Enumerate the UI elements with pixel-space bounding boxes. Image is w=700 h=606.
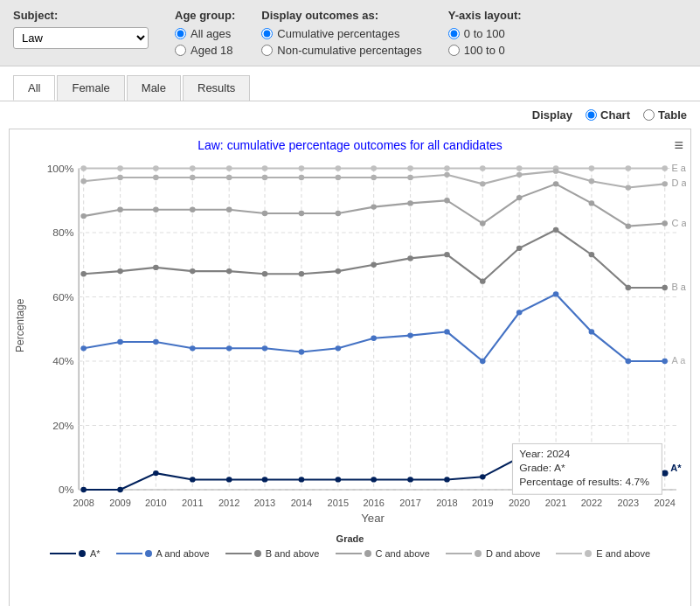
svg-point-74 xyxy=(336,175,342,180)
chart-svg: 0% 20% 40% 60% 80% 100% 2008 2009 2010 2… xyxy=(31,159,686,526)
svg-text:2012: 2012 xyxy=(218,498,240,508)
svg-point-131 xyxy=(444,329,450,334)
svg-point-99 xyxy=(589,200,595,205)
svg-point-128 xyxy=(336,345,342,351)
cumulative-radio[interactable] xyxy=(261,28,273,39)
display-outcomes-filter: Display outcomes as: Cumulative percenta… xyxy=(261,9,421,57)
svg-point-83 xyxy=(662,181,668,186)
tab-female[interactable]: Female xyxy=(57,75,124,101)
svg-point-113 xyxy=(444,252,450,257)
chart-option[interactable]: Chart xyxy=(586,108,630,122)
svg-point-88 xyxy=(190,207,196,212)
svg-text:C and above: C and above xyxy=(671,218,686,228)
svg-point-95 xyxy=(444,198,450,203)
svg-text:A*: A* xyxy=(670,463,682,473)
legend-line-a-star xyxy=(50,553,76,554)
legend-d-above: D and above xyxy=(446,548,540,559)
svg-point-53 xyxy=(226,165,232,171)
series-a-and-above xyxy=(84,294,665,361)
svg-point-144 xyxy=(262,477,268,482)
svg-point-55 xyxy=(299,165,305,171)
legend-label-c-above: C and above xyxy=(376,548,430,559)
chart-label: Chart xyxy=(600,108,630,122)
svg-point-125 xyxy=(226,345,232,351)
svg-point-80 xyxy=(553,169,559,174)
svg-point-114 xyxy=(480,279,486,284)
svg-text:2014: 2014 xyxy=(291,498,313,508)
age-all-ages[interactable]: All ages xyxy=(175,27,235,40)
age-18-radio[interactable] xyxy=(175,45,186,56)
chart-menu-icon[interactable]: ≡ xyxy=(674,136,683,155)
series-b-and-above xyxy=(84,230,665,288)
legend: Grade A* A and above xyxy=(14,533,686,559)
chart-title-text: Law: cumulative percentage outcomes for … xyxy=(198,138,502,152)
cumulative-option[interactable]: Cumulative percentages xyxy=(261,27,421,40)
legend-line-e-above xyxy=(556,553,582,554)
tab-male[interactable]: Male xyxy=(127,75,181,101)
subject-label: Subject: xyxy=(13,9,149,22)
grade-label: Grade xyxy=(14,533,686,544)
y-axis-100-0[interactable]: 100 to 0 xyxy=(448,44,522,57)
svg-point-119 xyxy=(662,285,668,290)
legend-label-d-above: D and above xyxy=(486,548,540,559)
tab-all[interactable]: All xyxy=(13,75,55,101)
subject-select[interactable]: Law xyxy=(13,27,149,49)
age-all-radio[interactable] xyxy=(175,28,186,39)
svg-text:2008: 2008 xyxy=(73,498,94,508)
chart-container: Law: cumulative percentage outcomes for … xyxy=(9,129,691,606)
display-label: Display xyxy=(532,108,572,122)
svg-text:A and above: A and above xyxy=(671,355,686,366)
table-option[interactable]: Table xyxy=(643,108,687,122)
chart-radio[interactable] xyxy=(586,109,597,121)
y-axis-100-0-label: 100 to 0 xyxy=(464,44,505,57)
svg-text:2023: 2023 xyxy=(618,498,640,508)
svg-point-118 xyxy=(626,285,632,290)
svg-point-50 xyxy=(117,165,123,171)
svg-point-51 xyxy=(153,165,159,171)
svg-point-103 xyxy=(80,271,87,276)
svg-point-69 xyxy=(153,175,159,180)
age-18[interactable]: Aged 18 xyxy=(175,44,235,57)
legend-label-b-above: B and above xyxy=(266,548,320,559)
svg-point-79 xyxy=(516,172,523,178)
non-cumulative-radio[interactable] xyxy=(261,45,273,56)
svg-point-142 xyxy=(190,477,196,482)
svg-point-81 xyxy=(589,178,595,184)
svg-point-136 xyxy=(626,359,632,364)
y-axis-0-100-label: 0 to 100 xyxy=(464,27,505,40)
legend-dot-a-star xyxy=(79,550,86,557)
y-axis-label-text: Percentage xyxy=(14,159,26,491)
y-axis-0-100-radio[interactable] xyxy=(448,28,460,39)
svg-text:E and above: E and above xyxy=(671,163,686,173)
svg-point-130 xyxy=(407,332,413,338)
age-group-filter: Age group: All ages Aged 18 xyxy=(175,9,235,57)
svg-text:2010: 2010 xyxy=(145,498,167,508)
svg-point-140 xyxy=(117,487,123,492)
svg-point-116 xyxy=(553,227,559,233)
svg-point-98 xyxy=(553,181,559,186)
legend-dot-a-above xyxy=(145,550,152,557)
non-cumulative-option[interactable]: Non-cumulative percentages xyxy=(261,44,421,57)
svg-point-145 xyxy=(299,477,305,482)
legend-line-b-above xyxy=(225,553,252,554)
svg-point-64 xyxy=(626,165,632,171)
svg-text:2021: 2021 xyxy=(545,498,567,508)
svg-text:2019: 2019 xyxy=(472,498,494,508)
y-axis-0-100[interactable]: 0 to 100 xyxy=(448,27,522,40)
table-radio[interactable] xyxy=(643,109,655,121)
svg-text:2013: 2013 xyxy=(254,498,276,508)
legend-a-star: A* xyxy=(50,548,100,559)
svg-point-60 xyxy=(480,165,486,171)
age-18-label: Aged 18 xyxy=(191,44,232,57)
svg-point-87 xyxy=(153,207,159,212)
y-axis-100-0-radio[interactable] xyxy=(448,45,460,56)
svg-text:Percentage of results: 4.7%: Percentage of results: 4.7% xyxy=(519,476,649,488)
svg-point-109 xyxy=(299,271,305,276)
svg-point-68 xyxy=(117,175,123,180)
tab-results[interactable]: Results xyxy=(183,75,250,101)
legend-dot-b-above xyxy=(254,550,261,557)
svg-point-100 xyxy=(626,224,632,229)
svg-point-85 xyxy=(80,213,87,219)
svg-point-71 xyxy=(226,175,232,180)
svg-point-57 xyxy=(371,165,377,171)
